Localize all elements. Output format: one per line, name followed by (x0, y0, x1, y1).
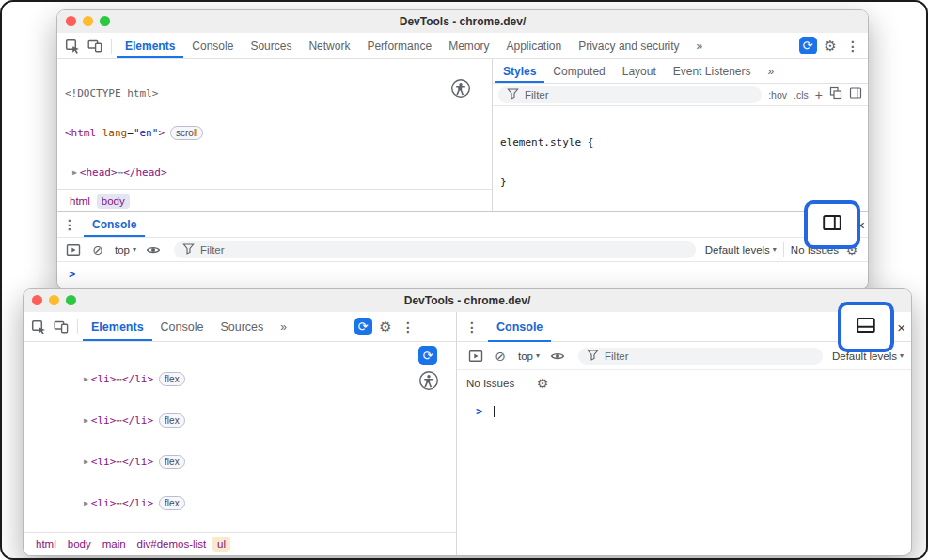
issues-counter[interactable]: No Issues (466, 378, 514, 389)
console-prompt-row[interactable]: > (457, 397, 911, 426)
titlebar[interactable]: DevTools - chrome.dev/ (24, 289, 911, 313)
live-expression-eye-icon[interactable] (142, 239, 165, 261)
expand-arrow-icon[interactable]: ▶ (72, 168, 77, 177)
drawer-menu-kebab-icon[interactable]: ⋮ (465, 319, 479, 334)
more-tabs-icon[interactable]: » (688, 33, 712, 58)
sync-badge-icon[interactable]: ⟳ (418, 346, 437, 365)
settings-gear-icon[interactable]: ⚙ (374, 316, 397, 338)
collapsed-content-icon[interactable]: ⋯ (116, 414, 122, 427)
dom-tree-row-li[interactable]: ▶<li>⋯</li>flex (24, 494, 456, 511)
flex-badge[interactable]: flex (159, 372, 185, 386)
tab-network[interactable]: Network (300, 33, 358, 58)
more-sidebar-tabs-icon[interactable]: » (759, 59, 782, 83)
breadcrumb-body[interactable]: body (97, 194, 130, 209)
collapsed-content-icon[interactable]: ⋯ (116, 456, 122, 468)
tab-console[interactable]: Console (152, 312, 212, 341)
tab-memory[interactable]: Memory (440, 33, 497, 58)
expand-arrow-icon[interactable]: ▶ (84, 458, 88, 466)
toggle-cls-button[interactable]: .cls (794, 89, 809, 101)
minimize-button[interactable] (83, 16, 93, 26)
dock-to-right-icon[interactable] (821, 211, 843, 238)
tab-computed[interactable]: Computed (544, 59, 613, 83)
tab-performance[interactable]: Performance (358, 33, 440, 58)
tab-elements[interactable]: Elements (117, 33, 183, 58)
tab-event-listeners[interactable]: Event Listeners (665, 59, 760, 83)
collapsed-content-icon[interactable]: ⋯ (118, 166, 124, 179)
chevron-down-icon: ▾ (133, 245, 136, 254)
tree-line-doctype[interactable]: <!DOCTYPE html> (57, 86, 492, 101)
scroll-badge[interactable]: scroll (170, 126, 203, 140)
tree-line-html[interactable]: <html lang="en"> scroll (57, 125, 492, 140)
context-selector[interactable]: top▾ (518, 350, 540, 362)
flex-badge[interactable]: flex (159, 413, 185, 428)
accessibility-icon[interactable] (418, 370, 439, 395)
flex-badge[interactable]: flex (159, 496, 185, 510)
sync-badge-icon[interactable]: ⟳ (352, 316, 374, 338)
rule-element-style[interactable]: element.style { (500, 134, 860, 149)
more-tabs-icon[interactable]: » (272, 312, 295, 341)
device-toolbar-icon[interactable] (50, 316, 72, 338)
device-toolbar-icon[interactable] (84, 35, 106, 57)
console-filter-input[interactable]: Filter (578, 348, 823, 365)
context-selector[interactable]: top▾ (115, 244, 136, 256)
breadcrumb-html[interactable]: html (65, 194, 95, 209)
inspect-icon[interactable] (61, 35, 84, 57)
tab-console[interactable]: Console (183, 33, 242, 58)
dom-tree-row-li[interactable]: ▶<li>⋯</li>flex (24, 370, 456, 387)
flex-badge[interactable]: flex (159, 455, 185, 469)
breadcrumb-main[interactable]: main (98, 537, 131, 552)
lang-value: "en" (134, 127, 159, 139)
styles-filter-input[interactable]: Filter (498, 86, 762, 103)
drawer-tab-console[interactable]: Console (84, 212, 145, 237)
console-filter-input[interactable]: Filter (174, 241, 696, 258)
drawer-menu-kebab-icon[interactable]: ⋮ (63, 217, 76, 232)
tree-line-head[interactable]: ▶<head>⋯</head> (57, 164, 492, 179)
breadcrumb-ul[interactable]: ul (212, 537, 230, 552)
console-sidebar-icon[interactable] (464, 345, 487, 367)
tab-sources[interactable]: Sources (242, 33, 300, 58)
new-style-rule-icon[interactable]: + (815, 87, 823, 102)
breadcrumb-html[interactable]: html (31, 537, 61, 552)
settings-gear-icon[interactable]: ⚙ (819, 35, 841, 57)
menu-kebab-icon[interactable]: ⋮ (841, 35, 864, 57)
inspect-icon[interactable] (27, 316, 50, 338)
breadcrumb-body[interactable]: body (63, 537, 96, 552)
dom-tree-row-li[interactable]: ▶<li>⋯</li>flex (24, 412, 456, 428)
accessibility-icon[interactable] (450, 78, 471, 102)
collapsed-content-icon[interactable]: ⋯ (116, 497, 122, 509)
head-close-tag: </head> (123, 166, 166, 179)
pane-toggle-icon[interactable] (849, 86, 862, 103)
console-sidebar-icon[interactable] (62, 239, 85, 261)
close-pane-icon[interactable]: × (897, 320, 905, 334)
dock-to-bottom-icon[interactable] (855, 314, 877, 340)
dom-tree-row-li[interactable]: ▶<li>⋯</li>flex (24, 453, 456, 470)
console-prompt-row[interactable]: > (57, 262, 868, 288)
console-pane-tab[interactable]: Console (488, 312, 551, 342)
tab-privacy-security[interactable]: Privacy and security (570, 33, 687, 58)
sync-badge-icon[interactable]: ⟳ (796, 35, 819, 57)
toggle-hov-button[interactable]: :hov (768, 89, 787, 101)
tab-application[interactable]: Application (497, 33, 570, 58)
tab-elements[interactable]: Elements (83, 312, 152, 341)
zoom-button[interactable] (66, 295, 76, 305)
expand-arrow-icon[interactable]: ▶ (84, 499, 88, 507)
tab-layout[interactable]: Layout (614, 59, 665, 83)
clear-console-icon[interactable]: ⊘ (87, 239, 109, 261)
breadcrumb-demos-list[interactable]: div#demos-list (133, 537, 212, 552)
expand-arrow-icon[interactable]: ▶ (84, 416, 88, 425)
titlebar[interactable]: DevTools - chrome.dev/ (57, 10, 868, 34)
console-settings-gear-icon[interactable]: ⚙ (531, 372, 554, 395)
log-levels-dropdown[interactable]: Default levels▾ (705, 244, 777, 256)
close-button[interactable] (66, 16, 76, 26)
collapsed-content-icon[interactable]: ⋯ (116, 373, 122, 385)
minimize-button[interactable] (49, 295, 59, 305)
tab-sources[interactable]: Sources (212, 312, 272, 341)
menu-kebab-icon[interactable]: ⋮ (397, 316, 419, 338)
grid-overlay-icon[interactable] (829, 86, 842, 103)
live-expression-eye-icon[interactable] (546, 345, 569, 367)
clear-console-icon[interactable]: ⊘ (489, 345, 511, 367)
tab-styles[interactable]: Styles (495, 59, 544, 83)
zoom-button[interactable] (100, 16, 110, 26)
close-button[interactable] (32, 295, 42, 305)
expand-arrow-icon[interactable]: ▶ (84, 375, 88, 383)
